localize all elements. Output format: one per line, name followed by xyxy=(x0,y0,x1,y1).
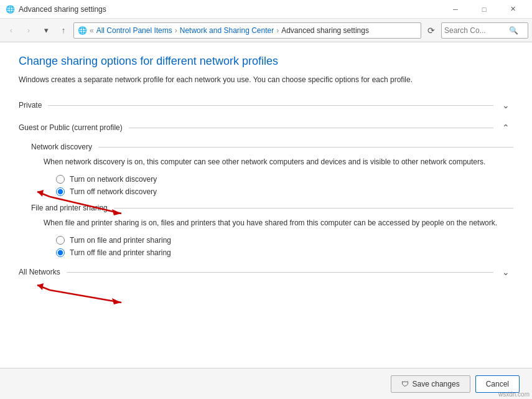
profile-public-header: Guest or Public (current profile) ⌃ xyxy=(19,120,513,135)
recent-button[interactable]: ▾ xyxy=(39,23,54,38)
save-label: Save changes xyxy=(413,380,460,388)
network-discovery-header: Network discovery xyxy=(31,143,513,151)
profile-private-line xyxy=(48,105,493,106)
minimize-button[interactable]: ─ xyxy=(441,0,470,19)
file-printer-sharing-header: File and printer sharing xyxy=(31,204,513,212)
network-discovery-options: Turn on network discovery Turn off netwo… xyxy=(31,175,513,196)
maximize-button[interactable]: □ xyxy=(470,0,498,19)
forward-button[interactable]: › xyxy=(21,23,36,38)
profile-private-header: Private ⌄ xyxy=(19,98,513,113)
title-bar: 🌐 Advanced sharing settings ─ □ ✕ xyxy=(0,0,532,19)
profile-all-networks-line xyxy=(67,272,493,273)
breadcrumb-network-center[interactable]: Network and Sharing Center xyxy=(180,26,274,35)
turn-off-network-discovery-option: Turn off network discovery xyxy=(56,187,513,196)
breadcrumb: 🌐 « All Control Panel Items › Network an… xyxy=(78,26,369,35)
address-bar: ‹ › ▾ ↑ 🌐 « All Control Panel Items › Ne… xyxy=(0,19,532,42)
profile-all-networks-header: All Networks ⌄ xyxy=(19,265,513,279)
turn-on-network-discovery-option: Turn on network discovery xyxy=(56,175,513,184)
turn-off-file-sharing-option: Turn off file and printer sharing xyxy=(56,248,513,257)
profile-private-label: Private xyxy=(19,101,42,110)
turn-off-network-discovery-label: Turn off network discovery xyxy=(70,187,157,196)
file-printer-sharing-description: When file and printer sharing is on, fil… xyxy=(31,217,513,228)
turn-off-network-discovery-radio[interactable] xyxy=(56,187,65,196)
search-input[interactable] xyxy=(444,26,506,35)
save-icon: 🛡 xyxy=(401,380,409,388)
window-controls: ─ □ ✕ xyxy=(441,0,527,19)
breadcrumb-network-icon: 🌐 xyxy=(78,26,87,35)
breadcrumb-control-panel[interactable]: All Control Panel Items xyxy=(96,26,172,35)
profile-all-networks-label: All Networks xyxy=(19,268,60,276)
profile-public-toggle[interactable]: ⌃ xyxy=(498,120,513,135)
up-button[interactable]: ↑ xyxy=(56,23,71,38)
search-icon: 🔍 xyxy=(509,26,518,35)
breadcrumb-current: Advanced sharing settings xyxy=(281,26,369,35)
watermark: wsxdn.com xyxy=(498,391,530,398)
address-field[interactable]: 🌐 « All Control Panel Items › Network an… xyxy=(73,22,421,39)
app-icon: 🌐 xyxy=(5,4,15,14)
turn-on-file-sharing-option: Turn on file and printer sharing xyxy=(56,236,513,245)
network-discovery-label: Network discovery xyxy=(31,143,92,151)
back-button[interactable]: ‹ xyxy=(4,23,19,38)
main-content: Change sharing options for different net… xyxy=(0,42,532,399)
profile-all-networks: All Networks ⌄ xyxy=(19,265,513,279)
file-printer-sharing-line xyxy=(114,208,513,209)
turn-on-file-sharing-radio[interactable] xyxy=(56,236,65,245)
profile-public-line xyxy=(129,128,493,128)
page-description: Windows creates a separate network profi… xyxy=(19,74,513,85)
turn-off-file-sharing-radio[interactable] xyxy=(56,248,65,257)
cancel-button[interactable]: Cancel xyxy=(475,375,520,393)
profile-private: Private ⌄ xyxy=(19,98,513,113)
footer: 🛡 Save changes Cancel xyxy=(0,368,532,399)
profile-public-label: Guest or Public (current profile) xyxy=(19,123,123,132)
profile-public-body: Network discovery When network discovery… xyxy=(19,143,513,257)
file-printer-sharing-label: File and printer sharing xyxy=(31,204,108,212)
close-button[interactable]: ✕ xyxy=(498,0,527,19)
network-discovery-description: When network discovery is on, this compu… xyxy=(31,156,513,167)
turn-on-file-sharing-label: Turn on file and printer sharing xyxy=(70,236,171,245)
turn-on-network-discovery-label: Turn on network discovery xyxy=(70,175,157,184)
profile-all-networks-toggle[interactable]: ⌄ xyxy=(498,265,513,279)
network-discovery-line xyxy=(98,147,513,148)
save-button[interactable]: 🛡 Save changes xyxy=(391,375,470,393)
profile-private-toggle[interactable]: ⌄ xyxy=(498,98,513,113)
profile-public: Guest or Public (current profile) ⌃ Netw… xyxy=(19,120,513,257)
window-title: Advanced sharing settings xyxy=(19,5,441,14)
file-printer-sharing-options: Turn on file and printer sharing Turn of… xyxy=(31,236,513,257)
page-title: Change sharing options for different net… xyxy=(19,55,513,68)
refresh-button[interactable]: ⟳ xyxy=(424,23,439,38)
search-box[interactable]: 🔍 xyxy=(441,22,528,39)
turn-off-file-sharing-label: Turn off file and printer sharing xyxy=(70,248,171,257)
turn-on-network-discovery-radio[interactable] xyxy=(56,175,65,184)
